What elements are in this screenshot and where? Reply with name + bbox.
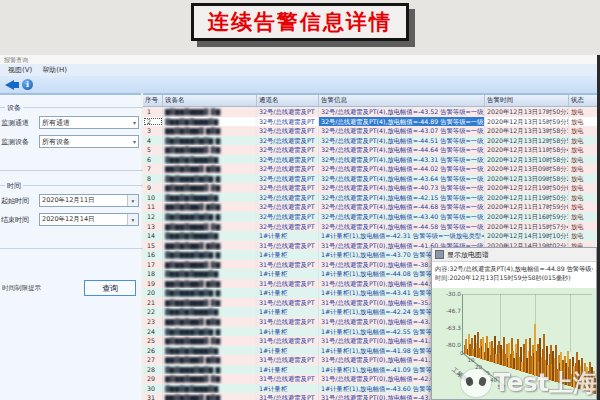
amplitude-axis xyxy=(462,294,463,352)
col-status[interactable]: 状态 xyxy=(569,95,597,106)
table-row[interactable]: 5▇▓▇▇▓▇▇▇▓ ▓▇32号/总线避雷及PT32号/总线避雷及PT(4),放… xyxy=(143,145,597,155)
table-cell: 31号/总线避雷及PT xyxy=(257,374,319,384)
table-cell: 32号/总线避雷及PT(4),放电幅值=-43.64 告警等级=一级放电类型=悬… xyxy=(319,174,485,184)
table-cell: ▓▇▓▇▇▇▓▇▓▇ ▇ xyxy=(163,250,257,260)
table-cell: 23 xyxy=(143,317,163,327)
table-cell: 2020年12月13日09时58分39秒(021毫秒) xyxy=(485,164,569,174)
calendar-dropdown-icon[interactable]: ▾ xyxy=(127,214,138,225)
chevron-down-icon: ▾ xyxy=(133,138,136,145)
table-cell: 31号/总线避雷及PT xyxy=(257,336,319,346)
table-cell: 2020年12月13日12时58分51秒(321毫秒) xyxy=(485,136,569,146)
table-row[interactable]: 8▓▇▓▇▇▇▓▇▓▇ ▇32号/总线避雷及PT32号/总线避雷及PT(4),放… xyxy=(143,174,597,184)
table-cell: 放电 xyxy=(569,222,597,232)
col-device[interactable]: 设备名 xyxy=(163,95,257,106)
table-cell: 32号/总线避雷及PT xyxy=(257,193,319,203)
table-cell: 19 xyxy=(143,279,163,289)
table-row[interactable]: 11▇▇▓▇▓▇▇▓ ▇▓▇32号/总线避雷及PT32号/总线避雷及PT(4),… xyxy=(143,202,597,212)
table-cell: ▇▓▇▇▓▇▇▇▓ ▓▇ xyxy=(163,183,257,193)
info-icon[interactable]: i xyxy=(22,79,33,90)
table-cell: 18 xyxy=(143,269,163,279)
chart-window-icon xyxy=(435,250,444,259)
table-cell: 放电 xyxy=(569,155,597,165)
table-cell: 放电 xyxy=(569,145,597,155)
table-cell: 4 xyxy=(143,136,163,146)
chart-gridline xyxy=(570,294,571,352)
table-cell: 32号/总线避雷及PT(4),放电幅值=-44.89 告警等级=一级放电类型=悬… xyxy=(319,117,485,127)
table-row[interactable]: 6▓▇▇▓▇▓▇▇▇▓▇32号/总线避雷及PT32号/总线避雷及PT(4),放电… xyxy=(143,155,597,165)
table-cell: 1#计量柜 xyxy=(257,288,319,298)
table-row[interactable]: 2▓▇▇▓▇▓▇▇▇▓▇32号/总线避雷及PT32号/总线避雷及PT(4),放电… xyxy=(143,117,597,127)
col-seq[interactable]: 序号 xyxy=(143,95,163,106)
table-cell: 1#计量柜 xyxy=(257,307,319,317)
table-row[interactable]: 4▓▇▓▇▇▇▓▇▓▇ ▇32号/总线避雷及PT32号/总线避雷及PT(4),放… xyxy=(143,136,597,146)
col-time[interactable]: 告警时间 xyxy=(485,95,569,106)
table-cell: ▓▇▇▓▇▓▇▇▇▓▇ xyxy=(163,117,257,127)
start-time-label: 起始时间 xyxy=(1,196,39,206)
table-cell: 1#计量柜 xyxy=(257,365,319,375)
table-cell: 2020年12月13日11时58分49秒(296毫秒) xyxy=(485,145,569,155)
chart-gridline xyxy=(500,294,501,352)
time-limit-hint: 时间制限提示 xyxy=(2,284,57,293)
col-info[interactable]: 告警信息 xyxy=(319,95,485,106)
table-cell: 2020年12月13日15时59分58秒(015毫秒) xyxy=(485,117,569,127)
table-row[interactable]: 9▇▓▇▇▓▇▇▇▓ ▓▇32号/总线避雷及PT32号/总线避雷及PT(4),放… xyxy=(143,183,597,193)
table-cell: 3 xyxy=(143,126,163,136)
start-date-picker[interactable]: 2020年12月11日 ▾ xyxy=(39,194,139,207)
table-cell: 31 xyxy=(143,393,163,400)
table-cell: 10 xyxy=(143,193,163,203)
table-cell: ▇▇▓▇▓▇▇▓ ▇▓▇ xyxy=(163,202,257,212)
table-cell: ▓▇▓▇▇▇▓▇▓▇ ▇ xyxy=(163,365,257,375)
table-cell: ▇▓▇▇▓▇▇▇▓ ▓▇ xyxy=(163,260,257,270)
table-cell: ▓▇▇▓▇▓▇▇▇▓▇ xyxy=(163,193,257,203)
table-cell: ▓▇▓▇▇▇▓▇▓▇ ▇ xyxy=(163,136,257,146)
table-cell: 32号/总线避雷及PT(4),放电幅值=-43.40 告警等级=一级放电类型=悬… xyxy=(319,212,485,222)
table-cell: 放电 xyxy=(569,126,597,136)
end-date-picker[interactable]: 2020年12月14日 ▾ xyxy=(39,213,139,226)
phase-tick: 10 xyxy=(468,357,475,363)
table-row[interactable]: 10▓▇▇▓▇▓▇▇▇▓▇32号/总线避雷及PT32号/总线避雷及PT(4),放… xyxy=(143,193,597,203)
table-row[interactable]: 1▇▓▇▇▓▇▇▇▓ ▓▇32号/总线避雷及PT32号/总线避雷及PT(4),放… xyxy=(143,107,597,117)
table-cell: 2020年12月11日19时50分17秒(973毫秒) xyxy=(485,193,569,203)
table-cell: ▇▓▇▇▓▇▇▇▓ ▓▇ xyxy=(163,336,257,346)
table-cell: 32号/总线避雷及PT(4),放电幅值=-40.73 告警等级=一级放电类型=悬… xyxy=(319,183,485,193)
query-sidebar: 设备 监测通道 所有通道 ▾ 监测设备 所有设备 ▾ xyxy=(0,93,141,400)
table-cell: 放电 xyxy=(569,136,597,146)
menu-bar: 视图(V) 帮助(H) xyxy=(0,64,597,76)
table-row[interactable]: 14▓▇▇▓▇▓▇▇▇▓▇1#计量柜1#计量柜(1),放电幅值=-42.31 告… xyxy=(143,231,597,241)
menu-view[interactable]: 视图(V) xyxy=(8,65,32,75)
table-cell: ▇▇▓▇▓▇▇▓ ▇▓▇ xyxy=(163,164,257,174)
table-cell: 32号/总线避雷及PT(4),放电幅值=-43.31 告警等级=一级放电类型=悬… xyxy=(319,155,485,165)
popup-titlebar[interactable]: 显示放电图谱 xyxy=(432,248,596,262)
table-cell: 20 xyxy=(143,288,163,298)
table-cell: 32号/总线避雷及PT(4),放电幅值=-44.51 告警等级=一级放电类型=悬… xyxy=(319,136,485,146)
table-cell: 放电 xyxy=(569,231,597,241)
table-cell: 12 xyxy=(143,212,163,222)
table-row[interactable]: 3▇▇▓▇▓▇▇▓ ▇▓▇32号/总线避雷及PT32号/总线避雷及PT(4),放… xyxy=(143,126,597,136)
watermark: Test上海 xyxy=(461,367,597,399)
channel-select[interactable]: 所有通道 ▾ xyxy=(39,116,139,129)
table-cell: 32号/总线避雷及PT xyxy=(257,136,319,146)
table-row[interactable]: 12▓▇▓▇▇▇▓▇▓▇ ▇32号/总线避雷及PT32号/总线避雷及PT(4),… xyxy=(143,212,597,222)
menu-help[interactable]: 帮助(H) xyxy=(42,65,67,75)
amp-tick: -80.0 xyxy=(434,342,461,348)
table-cell: 1#计量柜 xyxy=(257,346,319,356)
table-cell: 32号/总线避雷及PT xyxy=(257,183,319,193)
back-arrow-icon[interactable] xyxy=(5,80,14,90)
col-channel[interactable]: 通道名 xyxy=(257,95,319,106)
table-cell: 2020年12月13日10时58分26秒(232毫秒) xyxy=(485,155,569,165)
watermark-text: Test上海 xyxy=(494,367,597,399)
calendar-dropdown-icon[interactable]: ▾ xyxy=(127,195,138,206)
table-cell: 放电 xyxy=(569,202,597,212)
device-select[interactable]: 所有设备 ▾ xyxy=(39,135,139,148)
table-cell: 32号/总线避雷及PT xyxy=(257,126,319,136)
amp-tick: -46.7 xyxy=(434,308,461,314)
table-cell: 2020年12月13日17时50分23秒(015毫秒) xyxy=(485,107,569,117)
table-row[interactable]: 13▇▓▇▇▓▇▇▇▓ ▓▇32号/总线避雷及PT32号/总线避雷及PT(4),… xyxy=(143,222,597,232)
table-cell: 放电 xyxy=(569,117,597,127)
table-cell: 9 xyxy=(143,183,163,193)
popup-body: 内容:32号/总线避雷及PT(4),放电幅值=-44.89 告警等级=一级放电类… xyxy=(432,262,596,282)
table-cell: ▓▇▇▓▇▓▇▇▇▓▇ xyxy=(163,231,257,241)
query-button[interactable]: 查询 xyxy=(84,280,136,296)
table-row[interactable]: 7▇▇▓▇▓▇▇▓ ▇▓▇32号/总线避雷及PT32号/总线避雷及PT(4),放… xyxy=(143,164,597,174)
device-group-title: 设备 xyxy=(5,103,23,113)
